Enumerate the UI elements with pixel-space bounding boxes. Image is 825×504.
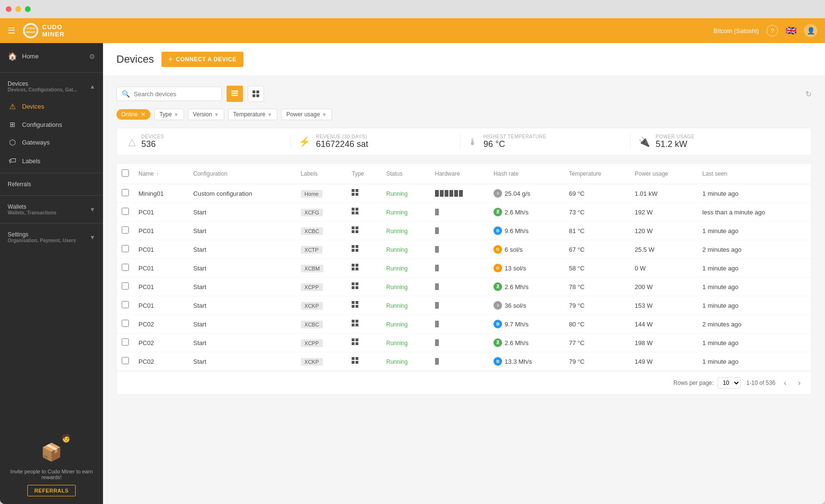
th-hashrate[interactable]: Hash rate bbox=[489, 164, 564, 184]
stat-devices: △ DEVICES 536 bbox=[128, 134, 291, 149]
filter-power-usage[interactable]: Power usage ▼ bbox=[281, 109, 332, 120]
help-icon[interactable]: ? bbox=[767, 25, 778, 36]
th-temperature[interactable]: Temperature bbox=[564, 164, 630, 184]
row-checkbox-cell[interactable] bbox=[117, 352, 134, 371]
row-checkbox-cell[interactable] bbox=[117, 222, 134, 240]
row-checkbox[interactable] bbox=[122, 357, 129, 364]
connect-device-button[interactable]: + CONNECT A DEVICE bbox=[161, 52, 243, 67]
th-lastseen[interactable]: Last seen bbox=[698, 164, 811, 184]
language-flag[interactable]: 🇬🇧 bbox=[786, 25, 796, 36]
currency-selector[interactable]: Bitcoin (Satoshi) bbox=[713, 27, 759, 34]
row-checkbox[interactable] bbox=[122, 189, 129, 196]
svg-rect-41 bbox=[355, 324, 358, 326]
row-checkbox[interactable] bbox=[122, 226, 129, 234]
th-status[interactable]: Status bbox=[381, 164, 430, 184]
row-checkbox[interactable] bbox=[122, 301, 129, 308]
sidebar-item-configurations[interactable]: ⊞ Configurations bbox=[0, 116, 103, 133]
search-input[interactable] bbox=[134, 90, 217, 98]
close-button[interactable] bbox=[6, 6, 11, 12]
label-badge: XCPP bbox=[301, 283, 323, 291]
row-checkbox-cell[interactable] bbox=[117, 259, 134, 278]
row-label: XCBC bbox=[296, 222, 347, 240]
sidebar-item-gateways[interactable]: ⬡ Gateways bbox=[0, 133, 103, 152]
row-hashrate: B 9.6 Mh/s bbox=[489, 222, 564, 240]
sidebar-group-wallets[interactable]: Wallets Wallets, Transactions ▼ bbox=[0, 199, 103, 220]
search-box[interactable]: 🔍 bbox=[116, 87, 222, 101]
filter-version[interactable]: Version ▼ bbox=[188, 109, 224, 120]
label-badge: XCKP bbox=[301, 302, 323, 310]
grid-view-button[interactable] bbox=[248, 86, 264, 102]
row-checkbox[interactable] bbox=[122, 282, 129, 290]
select-all-header[interactable] bbox=[117, 164, 134, 184]
row-label: XCTP bbox=[296, 240, 347, 259]
row-checkbox-cell[interactable] bbox=[117, 203, 134, 222]
rows-per-page-select[interactable]: 10 25 50 bbox=[718, 377, 741, 389]
hash-icon: Ƶ bbox=[493, 208, 502, 216]
row-checkbox[interactable] bbox=[122, 264, 129, 271]
row-checkbox-cell[interactable] bbox=[117, 240, 134, 259]
row-checkbox[interactable] bbox=[122, 338, 129, 346]
select-all-checkbox[interactable] bbox=[122, 169, 129, 177]
maximize-button[interactable] bbox=[25, 6, 31, 12]
hamburger-menu[interactable]: ☰ bbox=[8, 25, 15, 36]
row-name: PC01 bbox=[134, 296, 188, 315]
table-row: PC02 Start XCBC Running B 9.7 Mh/s 80 °C bbox=[117, 315, 811, 334]
svg-rect-46 bbox=[352, 357, 355, 360]
list-view-button[interactable] bbox=[227, 86, 243, 102]
row-checkbox-cell[interactable] bbox=[117, 184, 134, 203]
row-type bbox=[347, 240, 381, 259]
hash-rate-value: 36 sol/s bbox=[504, 302, 526, 309]
table-row: PC01 Start XCBC Running B 9.6 Mh/s 81 °C bbox=[117, 222, 811, 240]
row-checkbox-cell[interactable] bbox=[117, 278, 134, 296]
refresh-button[interactable]: ↻ bbox=[805, 90, 812, 99]
temperature-stat-icon: 🌡 bbox=[468, 136, 478, 147]
row-checkbox[interactable] bbox=[122, 320, 129, 327]
chevron-up-icon: ▲ bbox=[90, 83, 95, 90]
hash-rate-value: 9.7 Mh/s bbox=[504, 321, 528, 328]
filter-type[interactable]: Type ▼ bbox=[154, 109, 184, 120]
sidebar-item-devices[interactable]: ⚠ Devices bbox=[0, 97, 103, 116]
status-badge: Running bbox=[386, 265, 408, 272]
hash-icon: Ƶ bbox=[493, 282, 502, 291]
row-checkbox-cell[interactable] bbox=[117, 334, 134, 352]
user-avatar[interactable]: 👤 bbox=[804, 24, 817, 37]
label-badge: Home bbox=[301, 190, 322, 198]
sidebar-group-referrals[interactable]: Referrals bbox=[0, 176, 103, 192]
remove-online-filter[interactable]: ✕ bbox=[141, 111, 146, 118]
referrals-button[interactable]: REFERRALS bbox=[27, 485, 76, 496]
svg-rect-25 bbox=[355, 249, 358, 252]
os-icon bbox=[352, 245, 358, 253]
th-power[interactable]: Power usage bbox=[630, 164, 698, 184]
th-labels[interactable]: Labels bbox=[296, 164, 347, 184]
row-config: Start bbox=[188, 278, 296, 296]
filter-online[interactable]: Online ✕ bbox=[116, 109, 150, 120]
next-page-button[interactable]: › bbox=[795, 378, 803, 388]
hash-rate-value: 2.6 Mh/s bbox=[504, 283, 528, 291]
th-hardware[interactable]: Hardware bbox=[430, 164, 489, 184]
row-status: Running bbox=[381, 334, 430, 352]
th-configuration[interactable]: Configuration bbox=[188, 164, 296, 184]
row-checkbox[interactable] bbox=[122, 245, 129, 252]
row-checkbox-cell[interactable] bbox=[117, 296, 134, 315]
th-name[interactable]: Name ↑ bbox=[134, 164, 188, 184]
sidebar-item-home[interactable]: 🏠 Home ⚙ bbox=[0, 47, 103, 66]
th-type[interactable]: Type bbox=[347, 164, 381, 184]
minimize-button[interactable] bbox=[15, 6, 21, 12]
devices-table-container: Name ↑ Configuration Labels Type Status … bbox=[116, 163, 812, 395]
hash-icon: Ƶ bbox=[493, 338, 502, 347]
row-config: Start bbox=[188, 240, 296, 259]
svg-rect-17 bbox=[355, 212, 358, 214]
sidebar-item-labels[interactable]: 🏷 Labels bbox=[0, 152, 103, 170]
row-checkbox[interactable] bbox=[122, 208, 129, 215]
filter-temperature[interactable]: Temperature ▼ bbox=[228, 109, 277, 120]
row-power: 1.01 kW bbox=[630, 184, 698, 203]
settings-icon[interactable]: ⚙ bbox=[89, 53, 95, 60]
prev-page-button[interactable]: ‹ bbox=[781, 378, 789, 388]
devices-stat-value: 536 bbox=[141, 139, 164, 149]
row-checkbox-cell[interactable] bbox=[117, 315, 134, 334]
row-status: Running bbox=[381, 352, 430, 371]
sidebar-group-settings[interactable]: Settings Organisation, Payment, Users ▼ bbox=[0, 226, 103, 248]
svg-rect-37 bbox=[355, 305, 358, 308]
row-type bbox=[347, 184, 381, 203]
sidebar-group-devices[interactable]: Devices Devices, Configurations, Gat... … bbox=[0, 76, 103, 97]
